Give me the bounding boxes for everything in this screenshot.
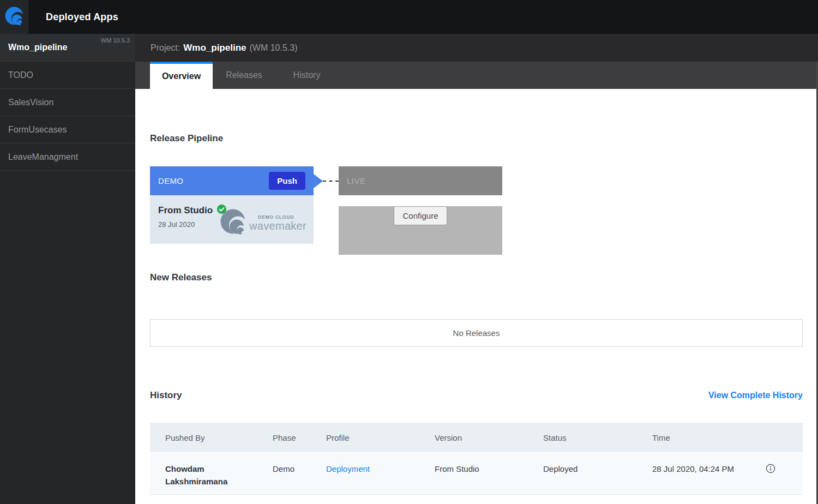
wavemaker-wave-gray-icon [219,207,247,238]
topbar: Deployed Apps [0,0,818,34]
history-table-header: Pushed By Phase Profile Version Status T… [150,423,803,452]
main-area: Project: Wmo_pipeline (WM 10.5.3) Overvi… [135,34,818,504]
live-card-header: LIVE [339,166,502,195]
view-complete-history-link[interactable]: View Complete History [708,391,803,400]
release-pipeline-heading: Release Pipeline [150,133,803,144]
logo-square [0,0,28,34]
sidebar-item-salesvision[interactable]: SalesVision [0,89,135,116]
project-name: Wmo_pipeline [183,43,246,53]
sidebar-item-label: SalesVision [8,98,53,107]
cell-version: From Studio [435,463,543,475]
pipeline-cards: DEMO Push From Studio [150,166,803,244]
history-table-row: Chowdam Lakshmiramana Demo Deployment Fr… [150,452,803,495]
no-releases-box: No Releases [150,319,803,347]
live-stage-card: LIVE Configure [339,166,502,244]
col-status: Status [543,433,652,442]
tab-history[interactable]: History [275,62,338,89]
wavemaker-wordmark: wavemaker [249,221,306,231]
demo-cloud-label: DEMO CLOUD [258,214,306,220]
demo-card-body: From Studio 28 Jul 2020 [150,195,314,244]
demo-source-label: From Studio [158,205,213,216]
cell-status: Deployed [543,463,652,475]
info-circle-icon[interactable] [766,466,775,475]
cell-phase: Demo [273,463,326,475]
demo-card-header: DEMO Push [150,166,314,195]
cell-time: 28 Jul 2020, 04:24 PM [652,463,735,475]
project-label: Project: [151,43,180,53]
sidebar-item-leavemanagment[interactable]: LeaveManagment [0,143,135,171]
overview-content: Release Pipeline DEMO Push From Studio [135,89,818,504]
configure-button[interactable]: Configure [394,206,447,225]
sidebar-item-label: TODO [8,70,33,80]
pipeline-connector-line [323,181,339,182]
col-profile: Profile [326,433,435,442]
new-releases-heading: New Releases [150,272,803,283]
push-button[interactable]: Push [269,172,305,190]
deployment-profile-link[interactable]: Deployment [326,464,370,473]
sidebar-item-label: FormUsecases [8,125,67,135]
col-phase: Phase [273,433,326,442]
sidebar-item-label: LeaveManagment [8,152,78,162]
col-version: Version [435,433,543,442]
project-header: Project: Wmo_pipeline (WM 10.5.3) [135,34,818,62]
demo-cloud-logo: DEMO CLOUD wavemaker [219,207,306,238]
tab-releases[interactable]: Releases [213,62,275,89]
sidebar-item-todo[interactable]: TODO [0,62,135,89]
history-heading: History [150,390,182,401]
history-table: Pushed By Phase Profile Version Status T… [150,423,803,495]
project-version: (WM 10.5.3) [249,43,297,53]
demo-stage-card: DEMO Push From Studio [150,166,314,244]
col-time: Time [652,433,766,442]
sidebar-item-wmo-pipeline[interactable]: WM 10.5.3 Wmo_pipeline [0,34,135,62]
live-card-body: Configure [339,206,502,255]
live-stage-title: LIVE [347,176,366,185]
sidebar: WM 10.5.3 Wmo_pipeline TODO SalesVision … [0,34,135,504]
cell-pushed-by: Chowdam Lakshmiramana [165,463,237,488]
col-pushed-by: Pushed By [165,433,273,442]
tab-overview[interactable]: Overview [150,62,213,89]
sidebar-item-formusecases[interactable]: FormUsecases [0,116,135,143]
wavemaker-logo-icon [4,5,25,28]
tab-bar: Overview Releases History [135,62,818,89]
app-title: Deployed Apps [46,0,118,34]
sidebar-item-label: Wmo_pipeline [8,43,67,52]
sidebar-item-version: WM 10.5.3 [101,37,130,44]
demo-stage-title: DEMO [158,176,183,185]
app-frame: Deployed Apps WM 10.5.3 Wmo_pipeline TOD… [0,0,818,504]
